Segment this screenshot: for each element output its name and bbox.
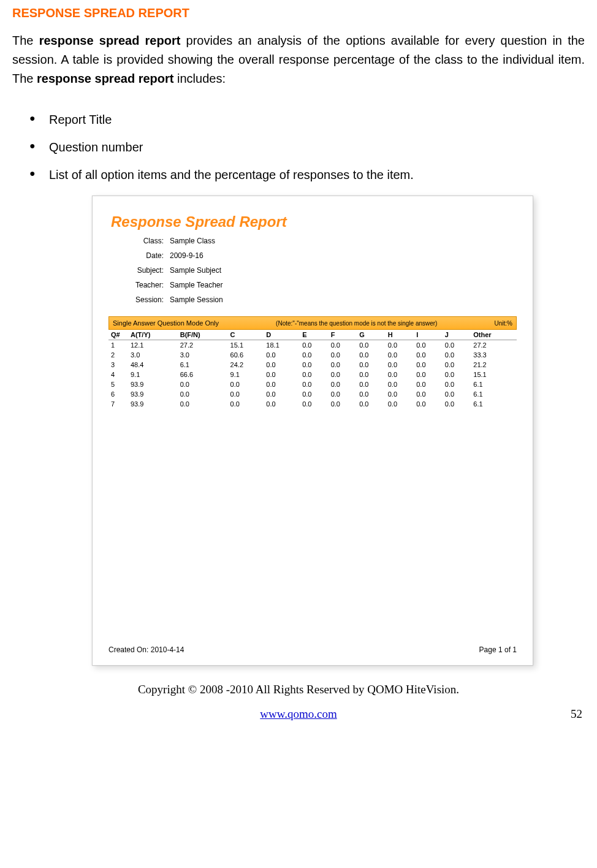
table-cell: 4 xyxy=(108,370,128,379)
table-cell: 93.9 xyxy=(128,389,178,399)
table-cell: 0.0 xyxy=(178,399,228,409)
table-cell: 0.0 xyxy=(414,389,443,399)
table-cell: 0.0 xyxy=(329,370,357,379)
report-title: Response Spread Report xyxy=(111,213,517,230)
col-header: F xyxy=(329,330,357,340)
table-cell: 0.0 xyxy=(300,350,329,360)
table-cell: 0.0 xyxy=(178,379,228,389)
table-row: 693.90.00.00.00.00.00.00.00.00.06.1 xyxy=(108,389,517,399)
table-row: 49.166.69.10.00.00.00.00.00.00.015.1 xyxy=(108,370,517,379)
table-cell: 0.0 xyxy=(264,389,300,399)
col-header: E xyxy=(300,330,329,340)
table-cell: 0.0 xyxy=(228,399,264,409)
table-cell: 6.1 xyxy=(471,379,517,389)
table-note-bar: Single Answer Question Mode Only (Note:"… xyxy=(108,316,517,330)
table-cell: 33.3 xyxy=(471,350,517,360)
col-header: Q# xyxy=(108,330,128,340)
table-cell: 0.0 xyxy=(357,360,386,370)
page-info: Page 1 of 1 xyxy=(479,645,517,654)
table-cell: 0.0 xyxy=(329,379,357,389)
table-cell: 0.0 xyxy=(329,399,357,409)
list-item: Question number xyxy=(29,140,585,154)
col-header: A(T/Y) xyxy=(128,330,178,340)
table-cell: 24.2 xyxy=(228,360,264,370)
note-left: Single Answer Question Mode Only xyxy=(113,319,219,327)
meta-label: Date: xyxy=(108,251,170,260)
table-cell: 5 xyxy=(108,379,128,389)
table-cell: 0.0 xyxy=(414,340,443,351)
page-number: 52 xyxy=(571,707,582,721)
table-row: 23.03.060.60.00.00.00.00.00.00.033.3 xyxy=(108,350,517,360)
table-cell: 15.1 xyxy=(228,340,264,351)
table-header-row: Q# A(T/Y) B(F/N) C D E F G H I J Other xyxy=(108,330,517,340)
table-cell: 0.0 xyxy=(386,350,414,360)
table-cell: 0.0 xyxy=(386,340,414,351)
table-cell: 0.0 xyxy=(414,360,443,370)
col-header: G xyxy=(357,330,386,340)
col-header: I xyxy=(414,330,443,340)
intro-bold-2: response spread report xyxy=(37,72,173,85)
footer-url-link[interactable]: www.qomo.com xyxy=(260,707,337,721)
report-meta: Class: Sample Class Date: 2009-9-16 Subj… xyxy=(108,237,517,304)
table-cell: 27.2 xyxy=(178,340,228,351)
table-cell: 0.0 xyxy=(300,360,329,370)
table-cell: 0.0 xyxy=(264,379,300,389)
report-whitespace xyxy=(108,409,517,642)
table-cell: 0.0 xyxy=(300,399,329,409)
table-cell: 0.0 xyxy=(357,399,386,409)
table-cell: 0.0 xyxy=(386,399,414,409)
table-row: 793.90.00.00.00.00.00.00.00.00.06.1 xyxy=(108,399,517,409)
col-header: D xyxy=(264,330,300,340)
table-cell: 0.0 xyxy=(300,370,329,379)
table-cell: 9.1 xyxy=(128,370,178,379)
table-cell: 0.0 xyxy=(357,389,386,399)
meta-label: Class: xyxy=(108,237,170,245)
table-cell: 0.0 xyxy=(443,360,471,370)
table-cell: 0.0 xyxy=(264,350,300,360)
meta-value: 2009-9-16 xyxy=(170,251,203,260)
meta-label: Teacher: xyxy=(108,281,170,289)
table-cell: 0.0 xyxy=(357,350,386,360)
table-cell: 0.0 xyxy=(357,379,386,389)
table-cell: 0.0 xyxy=(264,360,300,370)
table-cell: 3.0 xyxy=(178,350,228,360)
intro-bold-1: response spread report xyxy=(39,34,181,47)
report-footer: Created On: 2010-4-14 Page 1 of 1 xyxy=(108,645,517,654)
created-on: Created On: 2010-4-14 xyxy=(108,645,184,654)
table-cell: 0.0 xyxy=(443,340,471,351)
table-cell: 3.0 xyxy=(128,350,178,360)
table-cell: 0.0 xyxy=(443,399,471,409)
table-cell: 0.0 xyxy=(264,370,300,379)
table-cell: 0.0 xyxy=(329,360,357,370)
meta-row: Session: Sample Session xyxy=(108,295,517,304)
table-cell: 6.1 xyxy=(471,389,517,399)
table-cell: 6.1 xyxy=(178,360,228,370)
meta-value: Sample Class xyxy=(170,237,215,245)
table-cell: 0.0 xyxy=(264,399,300,409)
table-cell: 0.0 xyxy=(386,360,414,370)
table-cell: 0.0 xyxy=(386,379,414,389)
meta-label: Session: xyxy=(108,295,170,304)
response-table: Q# A(T/Y) B(F/N) C D E F G H I J Other 1… xyxy=(108,330,517,409)
col-header: H xyxy=(386,330,414,340)
report-preview: Response Spread Report Class: Sample Cla… xyxy=(92,196,533,666)
table-cell: 0.0 xyxy=(414,379,443,389)
col-header: J xyxy=(443,330,471,340)
table-cell: 0.0 xyxy=(329,350,357,360)
meta-row: Subject: Sample Subject xyxy=(108,266,517,275)
bullet-list: Report Title Question number List of all… xyxy=(12,113,585,182)
table-cell: 18.1 xyxy=(264,340,300,351)
intro-paragraph: The response spread report provides an a… xyxy=(12,31,585,88)
page-footer: www.qomo.com 52 xyxy=(12,707,585,721)
meta-row: Teacher: Sample Teacher xyxy=(108,281,517,289)
meta-value: Sample Subject xyxy=(170,266,221,275)
table-cell: 3 xyxy=(108,360,128,370)
table-cell: 0.0 xyxy=(414,350,443,360)
meta-row: Date: 2009-9-16 xyxy=(108,251,517,260)
table-cell: 0.0 xyxy=(228,379,264,389)
table-cell: 12.1 xyxy=(128,340,178,351)
table-cell: 0.0 xyxy=(300,389,329,399)
table-cell: 0.0 xyxy=(178,389,228,399)
table-cell: 15.1 xyxy=(471,370,517,379)
table-cell: 0.0 xyxy=(443,389,471,399)
